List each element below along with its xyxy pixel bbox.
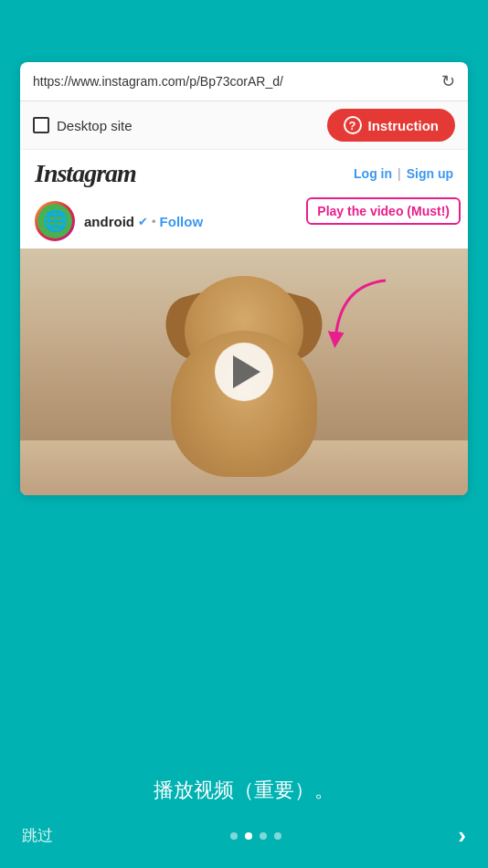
play-button[interactable] [215, 343, 273, 401]
instruction-button-label: Instruction [368, 118, 440, 133]
desktop-site-label: Desktop site [57, 118, 133, 133]
dot-4 [274, 832, 281, 840]
video-container[interactable] [20, 249, 468, 495]
profile-row: 🌐 android ✔ • Follow Play the video (Mus… [20, 194, 468, 249]
desktop-site-checkbox[interactable] [33, 117, 49, 133]
instruction-text: 播放视频（重要）。 [154, 777, 334, 804]
signup-link[interactable]: Sign up [407, 166, 453, 181]
browser-card: https://www.instagram.com/p/Bp73corAR_d/… [20, 62, 468, 495]
play-instruction-text: Play the video (Must!) [317, 204, 450, 218]
instruction-button[interactable]: ? Instruction [327, 109, 456, 142]
instagram-auth: Log in | Sign up [354, 166, 453, 181]
dot-1 [230, 832, 238, 840]
play-instruction-bubble: Play the video (Must!) [306, 197, 461, 225]
login-link[interactable]: Log in [354, 166, 392, 181]
auth-separator: | [398, 166, 401, 181]
dots-container [230, 832, 281, 840]
dot-3 [260, 832, 267, 840]
url-text: https://www.instagram.com/p/Bp73corAR_d/ [33, 74, 283, 89]
profile-name[interactable]: android [84, 214, 134, 229]
desktop-site-toggle[interactable]: Desktop site [33, 117, 133, 133]
skip-button[interactable]: 跳过 [22, 825, 53, 846]
avatar-inner: 🌐 [37, 204, 72, 238]
bottom-navigation: 跳过 › [0, 821, 488, 850]
refresh-icon[interactable]: ↻ [441, 71, 455, 91]
question-icon: ? [344, 116, 362, 134]
browser-toolbar: Desktop site ? Instruction [20, 101, 468, 150]
next-button[interactable]: › [458, 821, 466, 850]
profile-info: android ✔ • Follow [84, 214, 203, 229]
verified-badge: ✔ [138, 215, 148, 228]
avatar[interactable]: 🌐 [35, 201, 75, 241]
instagram-logo[interactable]: Instagram [35, 159, 136, 188]
instagram-header: Instagram Log in | Sign up [20, 150, 468, 194]
url-bar: https://www.instagram.com/p/Bp73corAR_d/… [20, 62, 468, 101]
dot-separator: • [152, 215, 156, 228]
follow-button[interactable]: Follow [160, 214, 204, 229]
dot-2 [245, 832, 252, 840]
play-triangle-icon [233, 355, 260, 388]
